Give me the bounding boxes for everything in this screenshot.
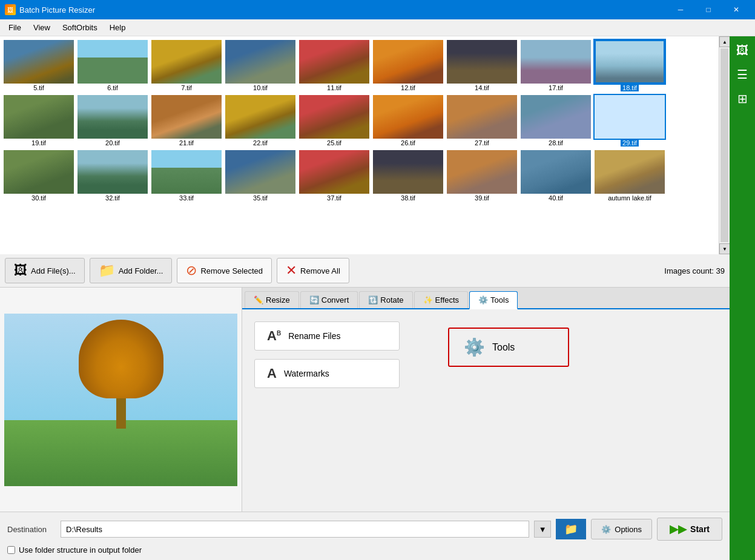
thumbnail (151, 40, 222, 84)
list-item[interactable]: 11.tif (298, 39, 371, 93)
thumbnail (4, 40, 74, 84)
list-item[interactable] (2, 204, 75, 217)
tab-rotate[interactable]: 🔃 Rotate (359, 291, 412, 308)
tab-tools[interactable]: ⚙️ Tools (469, 291, 518, 309)
list-item[interactable] (519, 204, 592, 217)
image-label: 32.tif (105, 194, 120, 202)
remove-selected-button[interactable]: ⊘ Remove Selected (177, 258, 272, 283)
remove-selected-label: Remove Selected (200, 266, 263, 275)
folder-structure-checkbox[interactable] (7, 546, 15, 554)
convert-tab-label: Convert (321, 295, 349, 305)
image-label: 22.tif (253, 139, 268, 147)
menu-help[interactable]: Help (104, 21, 132, 35)
image-grid-scroll[interactable]: 5.tif 6.tif 7.tif 10.tif (0, 36, 719, 254)
tree-canopy (79, 320, 163, 398)
destination-input[interactable] (61, 521, 529, 538)
list-item[interactable]: 25.tif (298, 94, 371, 148)
list-item[interactable] (224, 204, 297, 217)
list-item[interactable]: 17.tif (519, 39, 592, 93)
list-item[interactable]: 39.tif (446, 149, 518, 203)
list-item[interactable]: 27.tif (446, 94, 518, 148)
list-item[interactable]: 40.tif (519, 149, 592, 203)
list-item[interactable]: 29.tif (593, 94, 666, 148)
destination-browse-button[interactable]: 📁 (556, 519, 586, 539)
add-folder-button[interactable]: 📁 Add Folder... (90, 258, 173, 283)
thumbnail (299, 95, 369, 139)
list-item[interactable]: 19.tif (2, 94, 75, 148)
grid-scrollbar[interactable]: ▲ ▼ (719, 36, 730, 254)
list-item[interactable]: 12.tif (372, 39, 444, 93)
image-label: 5.tif (33, 84, 44, 91)
maximize-button[interactable]: □ (694, 0, 722, 19)
image-label: 25.tif (327, 139, 341, 147)
scroll-up-button[interactable]: ▲ (719, 36, 730, 47)
list-item[interactable] (298, 204, 371, 217)
list-item[interactable] (76, 204, 149, 217)
preview-panel (0, 288, 242, 512)
list-item[interactable]: 26.tif (372, 94, 444, 148)
list-item[interactable] (446, 204, 518, 217)
list-item[interactable] (372, 204, 444, 217)
thumbnail (373, 40, 443, 84)
image-label: 26.tif (401, 139, 415, 147)
thumbnail (77, 150, 148, 194)
list-item[interactable] (150, 204, 223, 217)
list-item[interactable]: 37.tif (298, 149, 371, 203)
tools-content-row: AB Rename Files A Watermarks ⚙️ (254, 321, 717, 388)
tab-convert[interactable]: 🔄 Convert (300, 291, 358, 308)
add-files-button[interactable]: 🖼 Add File(s)... (5, 258, 85, 283)
list-item[interactable]: 5.tif (2, 39, 75, 93)
close-button[interactable]: ✕ (722, 0, 750, 19)
tools-button[interactable]: ⚙️ Tools (448, 328, 569, 367)
list-item[interactable]: 30.tif (2, 149, 75, 203)
sidebar-grid-icon[interactable]: 🖼 (731, 39, 754, 62)
destination-dropdown-button[interactable]: ▼ (534, 521, 551, 538)
image-grid-wrapper: 5.tif 6.tif 7.tif 10.tif (0, 36, 730, 254)
list-item[interactable]: 10.tif (224, 39, 297, 93)
image-label: 37.tif (327, 194, 341, 202)
thumbnail (4, 95, 74, 139)
list-item[interactable]: 18.tif (593, 39, 666, 93)
scroll-down-button[interactable]: ▼ (719, 243, 730, 254)
list-item[interactable]: 22.tif (224, 94, 297, 148)
add-folder-label: Add Folder... (119, 266, 163, 275)
list-item[interactable]: 33.tif (150, 149, 223, 203)
main-layout: 5.tif 6.tif 7.tif 10.tif (0, 36, 755, 560)
remove-selected-icon: ⊘ (186, 263, 197, 278)
image-label: 10.tif (253, 84, 268, 91)
menu-softorbits[interactable]: SoftOrbits (56, 21, 104, 35)
list-item[interactable]: 38.tif (372, 149, 444, 203)
tab-effects[interactable]: ✨ Effects (414, 291, 469, 308)
start-button[interactable]: ▶▶ Start (657, 518, 722, 541)
list-item[interactable]: 7.tif (150, 39, 223, 93)
tab-resize[interactable]: ✏️ Resize (245, 291, 299, 308)
toolbar: 🖼 Add File(s)... 📁 Add Folder... ⊘ Remov… (0, 254, 730, 288)
list-item[interactable]: autumn lake.tif (593, 149, 666, 203)
list-item[interactable]: 14.tif (446, 39, 518, 93)
list-item[interactable]: 32.tif (76, 149, 149, 203)
menu-file[interactable]: File (2, 21, 27, 35)
watermarks-button[interactable]: A Watermarks (254, 359, 400, 388)
remove-all-button[interactable]: ✕ Remove All (277, 258, 349, 283)
list-item[interactable]: 35.tif (224, 149, 297, 203)
rename-files-label: Rename Files (288, 331, 340, 341)
rename-files-button[interactable]: AB Rename Files (254, 321, 400, 351)
list-item[interactable]: 21.tif (150, 94, 223, 148)
minimize-button[interactable]: ─ (667, 0, 694, 19)
list-item[interactable]: 6.tif (76, 39, 149, 93)
image-label: 18.tif (621, 84, 639, 91)
scroll-track[interactable] (720, 48, 728, 242)
image-label: 6.tif (107, 84, 118, 91)
list-item[interactable]: 20.tif (76, 94, 149, 148)
thumbnail (151, 150, 222, 194)
sidebar-list-icon[interactable]: ☰ (731, 63, 754, 86)
browse-icon: 📁 (564, 522, 578, 536)
image-label: 35.tif (253, 194, 268, 202)
menu-view[interactable]: View (27, 21, 56, 35)
image-grid: 5.tif 6.tif 7.tif 10.tif (0, 36, 719, 220)
remove-all-icon: ✕ (286, 263, 297, 278)
sidebar-table-icon[interactable]: ⊞ (731, 87, 754, 110)
options-button[interactable]: ⚙️ Options (591, 519, 652, 539)
list-item[interactable]: 28.tif (519, 94, 592, 148)
thumbnail (447, 95, 517, 139)
